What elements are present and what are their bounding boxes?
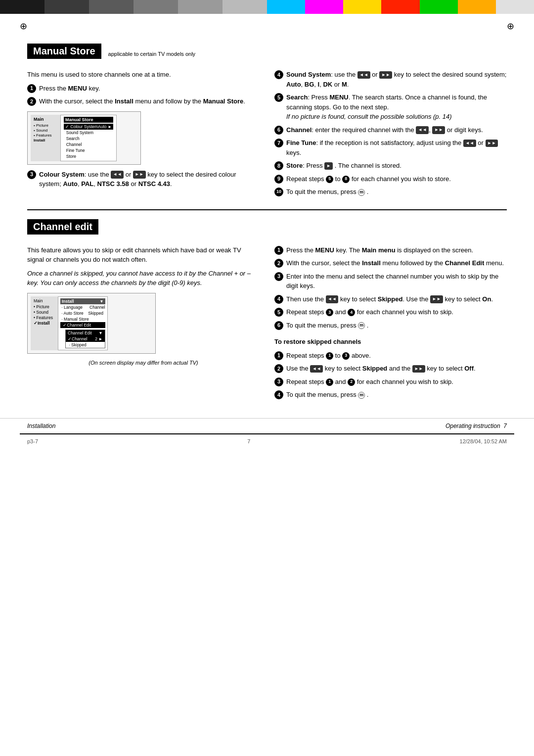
- manual-store-subtitle: applicable to certain TV models only: [108, 51, 196, 57]
- footer-right-text: Operating instruction: [445, 423, 500, 429]
- step-4-bg: BG: [305, 81, 314, 88]
- step4-left-btn: ◄◄: [357, 71, 370, 79]
- ce-sub-header: Channel Edit ▼: [66, 330, 105, 336]
- ce-step-number-6: 6: [274, 321, 283, 330]
- ce-step-ref-3: 3: [326, 309, 333, 316]
- manual-store-step-6: 6 Channel: enter the required channel wi…: [274, 125, 507, 135]
- manual-store-step-10: 10 To quit the menus, press m .: [274, 187, 507, 197]
- step-4-auto: Auto: [286, 81, 301, 88]
- ce-language-row: · Language Channel: [60, 304, 105, 310]
- menu-row-search-label: Search: [64, 136, 80, 141]
- ce-install-header: Install ▼: [60, 298, 105, 304]
- footer-page: 7: [503, 423, 507, 429]
- reg-mark-right: ⊕: [507, 21, 514, 32]
- ce-step2-edit: Channel Edit: [445, 259, 484, 267]
- ce-step-ref-4: 4: [348, 309, 355, 316]
- restore-step-3: 3 Repeat steps 1 and 2 for each channel …: [274, 377, 507, 387]
- restore-step-number-4: 4: [274, 390, 283, 399]
- restore-step-3-content: Repeat steps 1 and 2 for each channel yo…: [286, 377, 507, 387]
- ce-step-6: 6 To quit the menus, press m .: [274, 321, 507, 331]
- step-2-content: With the cursor, select the Install menu…: [39, 96, 260, 106]
- restore-step-1-content: Repeat steps 1 to 3 above.: [286, 351, 507, 361]
- step-3-pal: PAL: [81, 180, 93, 188]
- channel-edit-left-col: This feature allows you to skip or edit …: [27, 245, 260, 403]
- reg-mark-left: ⊕: [20, 21, 27, 32]
- manual-store-left-col: This menu is used to store channels one …: [27, 70, 260, 200]
- step-number-4: 4: [274, 70, 283, 79]
- step-6-content: Channel: enter the required channel with…: [286, 125, 507, 135]
- restore-step-1: 1 Repeat steps 1 to 3 above.: [274, 351, 507, 361]
- manual-store-step-9: 9 Repeat steps 5 to 8 for each channel y…: [274, 174, 507, 184]
- menu-row-colour-label: ✓ Colour System: [65, 124, 98, 129]
- step-2-bold-install: Install: [115, 97, 134, 105]
- restore-step2-skipped: Skipped: [362, 365, 388, 372]
- restore-ref-2: 2: [348, 378, 355, 386]
- ce-sidebar-install: ✓Install: [34, 321, 55, 326]
- step8-btn: ►: [324, 162, 333, 170]
- ce-step-3-content: Enter into the menu and select the chann…: [286, 272, 507, 291]
- restore-step-2-content: Use the ◄◄ key to select Skipped and the…: [286, 364, 507, 374]
- ce-install-arrow: ▼: [99, 299, 103, 304]
- step4-right-btn: ►►: [379, 71, 392, 79]
- step7-left-btn: ◄◄: [463, 140, 476, 147]
- step-4-bold: Sound System: [286, 71, 331, 78]
- step-number-7: 7: [274, 139, 283, 147]
- restore-left-btn: ◄◄: [310, 365, 323, 373]
- menu-row-finetune: Fine Tune: [64, 147, 113, 153]
- menu-row-channel: Channel: [64, 142, 113, 147]
- step-2-bold-manual: Manual Store: [203, 97, 244, 105]
- ce-step-number-4: 4: [274, 295, 283, 304]
- ce-step4-on: On: [482, 295, 491, 303]
- step-5-italic: If no picture is found, consult the poss…: [286, 113, 452, 120]
- restore-ref-3: 3: [342, 352, 350, 360]
- ce-sidebar-features: • Features: [34, 315, 55, 320]
- top-color-bar: [0, 0, 534, 14]
- color-block-green: [420, 0, 458, 14]
- ce-step-5: 5 Repeat steps 3 and 4 for each channel …: [274, 307, 507, 317]
- channel-edit-caption: (On screen display may differ from actua…: [27, 359, 260, 367]
- manual-store-step-8: 8 Store: Press ► . The channel is stored…: [274, 161, 507, 171]
- manual-store-title: Manual Store: [33, 46, 95, 57]
- color-block: [134, 0, 178, 14]
- step-number-2: 2: [27, 97, 36, 106]
- restore-step-4-content: To quit the menus, press m .: [286, 390, 507, 400]
- ce-menu-icon-6: m: [358, 322, 365, 329]
- ce-channeledit-row: ✓Channel Edit: [60, 322, 105, 328]
- step6-left-btn: ◄◄: [416, 126, 429, 134]
- restore-right-btn: ►►: [412, 365, 425, 373]
- manual-store-title-box: Manual Store: [27, 44, 101, 59]
- step-3-bold-colour: Colour System: [39, 171, 85, 178]
- step-4-content: Sound System: use the ◄◄ or ►► key to se…: [286, 70, 507, 89]
- ce-sub-channel-value: 2 ►: [95, 336, 103, 341]
- ce-step1-mainmenu: Main menu: [362, 246, 396, 254]
- restore-step-number-1: 1: [274, 351, 283, 360]
- color-block: [44, 0, 89, 14]
- step-number-5: 5: [274, 93, 283, 102]
- step-number-10: 10: [274, 188, 283, 196]
- manual-store-step-5: 5 Search: Press MENU. The search starts.…: [274, 93, 507, 122]
- restore-ref-1: 1: [326, 352, 333, 360]
- color-block: [222, 0, 267, 14]
- step-ref-5: 5: [326, 176, 333, 183]
- color-block-orange: [458, 0, 496, 14]
- restore-title: To restore skipped channels: [274, 337, 507, 347]
- step-number-3: 3: [27, 170, 36, 179]
- step-10-content: To quit the menus, press m .: [286, 187, 507, 197]
- manual-store-content: This menu is used to store channels one …: [27, 70, 507, 200]
- manual-store-step-1: 1 Press the MENU key.: [27, 84, 260, 94]
- color-block: [89, 0, 134, 14]
- bottom-right: 12/28/04, 10:52 AM: [460, 438, 507, 444]
- ce-step-1-content: Press the MENU key. The Main menu is dis…: [286, 245, 507, 255]
- step-1-content: Press the MENU key.: [39, 84, 260, 94]
- restore-step-number-3: 3: [274, 378, 283, 386]
- step-4-m: M: [342, 81, 347, 88]
- ce-sub-arrow: ▼: [98, 331, 102, 335]
- color-block: [0, 0, 44, 14]
- ce-step-4-content: Then use the ◄◄ key to select Skipped. U…: [286, 294, 507, 304]
- ce-step4-left-btn: ◄◄: [326, 295, 339, 303]
- ce-sub-channel-label: ✓Channel: [68, 336, 88, 341]
- ce-sub-title: Channel Edit: [68, 331, 92, 335]
- manual-store-right-col: 4 Sound System: use the ◄◄ or ►► key to …: [274, 70, 507, 200]
- ce-sidebar-picture: • Picture: [34, 304, 55, 309]
- sidebar-title: Main: [34, 117, 57, 122]
